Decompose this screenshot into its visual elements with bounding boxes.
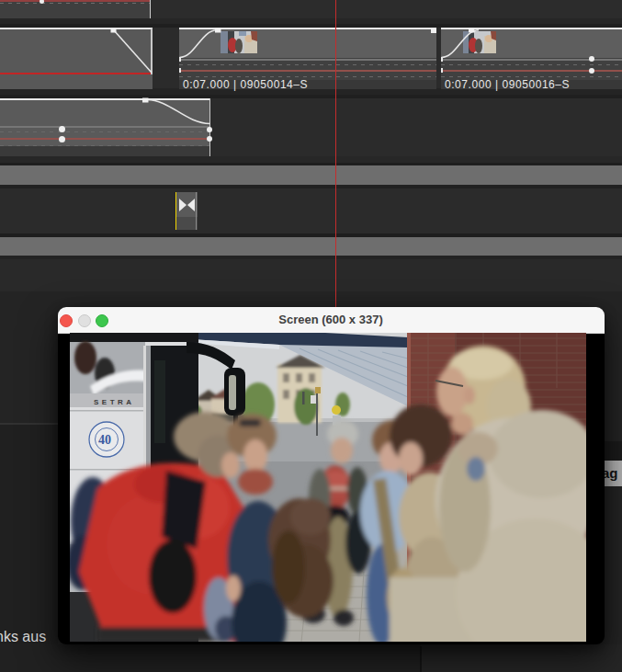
svg-text:SETRA: SETRA — [94, 398, 135, 406]
svg-text:40: 40 — [98, 433, 111, 447]
